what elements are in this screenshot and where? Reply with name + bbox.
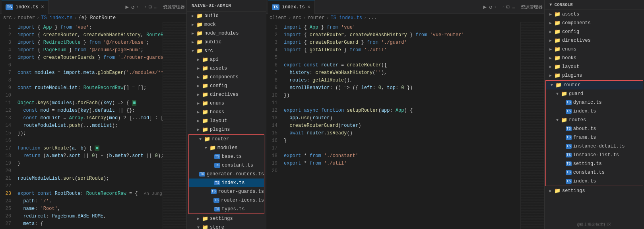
- right-more-icon[interactable]: …: [512, 4, 515, 10]
- c-constant-ts2[interactable]: TS constant.ts: [546, 168, 643, 177]
- c-about-ts[interactable]: TS about.ts: [546, 124, 643, 133]
- c-guard-label: guard: [569, 91, 583, 97]
- tree-item-constant-ts[interactable]: TS constant.ts: [189, 161, 264, 170]
- c-assets-label: assets: [562, 12, 579, 17]
- c-guard-index-ts[interactable]: TS index.ts: [546, 107, 643, 116]
- r-line-17: [281, 145, 520, 152]
- c-components[interactable]: ▶ 📁 components: [545, 19, 644, 27]
- c-instance-detail-ts[interactable]: TS instance-detail.ts: [546, 142, 643, 151]
- c-routes[interactable]: ▼ 📁 routes: [546, 116, 643, 124]
- c-guard[interactable]: ▼ 📁 guard: [546, 89, 643, 98]
- c-settings[interactable]: ▶ 📁 settings: [545, 186, 644, 195]
- tree-item-enums[interactable]: ▶ 📁 enums: [187, 99, 266, 108]
- c-frame-ts[interactable]: TS frame.ts: [546, 133, 643, 142]
- r-line-14: createRouterGuard(router): [281, 122, 520, 130]
- config-label: config: [210, 83, 227, 89]
- tree-item-base-ts[interactable]: TS base.ts: [189, 152, 264, 161]
- forward-icon[interactable]: →: [143, 4, 146, 10]
- code-line-24: path: '/',: [14, 198, 163, 205]
- right-tab-index[interactable]: TS index.ts ×: [268, 0, 315, 14]
- left-tab-close[interactable]: ×: [41, 4, 44, 10]
- c-hooks[interactable]: ▶ 📁 hooks: [545, 54, 644, 62]
- tree-item-components[interactable]: ▶ 📁 components: [187, 73, 266, 82]
- tree-item-layout[interactable]: ▶ 📁 layout: [187, 116, 266, 125]
- tree-item-mock[interactable]: ▶ 📁 mock: [187, 20, 266, 29]
- c-router-index-label: index.ts: [573, 179, 596, 184]
- c-enums-label: enums: [562, 47, 576, 52]
- left-minimap: [163, 22, 186, 229]
- code-line-16: [14, 137, 163, 145]
- layout-icon: 📁: [202, 118, 208, 124]
- back-icon[interactable]: ←: [137, 4, 140, 10]
- code-line-3: import { RedirectRoute } from '@/router/…: [14, 39, 163, 47]
- tree-item-public[interactable]: ▶ 📁 public: [187, 38, 266, 47]
- tree-item-node-modules[interactable]: ▶ 📁 node_modules: [187, 29, 266, 38]
- console-panel: ▼ CONSOLE ▶ 📁 assets ▶ 📁 components ▶ 📁 …: [545, 0, 644, 229]
- left-code-content: 12345 678910 1112131415 1617181920 21222…: [0, 22, 186, 229]
- tree-item-router-guards-ts[interactable]: TS router-guards.ts: [189, 187, 264, 196]
- c-router-index-ts[interactable]: TS index.ts: [546, 177, 643, 186]
- right-forward-icon[interactable]: →: [500, 4, 504, 10]
- tree-item-store[interactable]: ▼ 📁 store: [187, 223, 266, 229]
- tree-item-router-icons-ts[interactable]: TS router-icons.ts: [189, 196, 264, 205]
- c-directives[interactable]: ▶ 📁 directives: [545, 36, 644, 45]
- bc-router: router: [307, 15, 324, 21]
- c-dynamic-ts[interactable]: TS dynamic.ts: [546, 98, 643, 107]
- code-line-9: const routeModuleList: RouteRecordRaw[] …: [14, 84, 163, 92]
- right-tab-close[interactable]: ×: [307, 4, 310, 10]
- tree-item-router[interactable]: ▼ 📁 router: [189, 135, 264, 144]
- tree-item-generator-ts[interactable]: TS generator-routers.ts: [189, 170, 264, 179]
- console-title: CONSOLE: [555, 2, 573, 7]
- code-line-13: const modList = Array.isArray(mod) ? [..…: [14, 114, 163, 122]
- generator-ts-label: generator-routers.ts: [207, 171, 264, 177]
- console-expand-icon[interactable]: ▼: [549, 2, 552, 7]
- c-config[interactable]: ▶ 📁 config: [545, 27, 644, 36]
- tree-item-api[interactable]: ▶ 📁 api: [187, 55, 266, 64]
- right-restart-icon[interactable]: ↺: [489, 4, 492, 10]
- r-line-7: history: createWebHashHistory(''),: [281, 69, 520, 77]
- c-router[interactable]: ▼ 📁 router: [546, 81, 643, 89]
- tree-item-types-ts[interactable]: TS types.ts: [189, 205, 264, 213]
- tree-item-src[interactable]: ▼ 📁 src: [187, 47, 266, 55]
- restart-icon[interactable]: ↺: [131, 4, 134, 10]
- enums-icon: 📁: [202, 100, 208, 107]
- tree-item-index-ts[interactable]: TS index.ts: [189, 179, 264, 187]
- router-guards-label: router-guards.ts: [218, 189, 264, 194]
- tree-item-build[interactable]: ▶ 📁 build: [187, 12, 266, 20]
- c-instance-list-ts[interactable]: TS instance-list.ts: [546, 151, 643, 159]
- left-tab-index[interactable]: TS index.ts ×: [2, 0, 48, 14]
- c-layout[interactable]: ▶ 📁 layout: [545, 62, 644, 71]
- r-line-1: import { App } from 'vue': [281, 24, 520, 31]
- tree-item-directives[interactable]: ▶ 📁 directives: [187, 90, 266, 99]
- split-icon[interactable]: ⊡: [148, 4, 151, 10]
- base-ts-badge: TS: [214, 154, 220, 159]
- r-line-20: [281, 167, 520, 175]
- store-icon: 📁: [202, 224, 208, 229]
- tree-item-hooks[interactable]: ▶ 📁 hooks: [187, 108, 266, 116]
- explorer-tree: ▶ 📁 build ▶ 📁 mock ▶ 📁 node_modules ▶ 📁 …: [187, 12, 266, 229]
- settings-arrow: ▶: [196, 216, 201, 221]
- c-frame-label: frame.ts: [573, 135, 596, 140]
- run-icon[interactable]: ▶: [125, 4, 128, 10]
- c-setting-ts[interactable]: TS setting.ts: [546, 159, 643, 168]
- tree-item-plugins[interactable]: ▶ 📁 plugins: [187, 125, 266, 134]
- right-run-icon[interactable]: ▶: [483, 4, 486, 10]
- c-instance-list-label: instance-list.ts: [573, 152, 619, 158]
- tree-item-settings[interactable]: ▶ 📁 settings: [187, 214, 266, 223]
- c-assets[interactable]: ▶ 📁 assets: [545, 10, 644, 19]
- c-plugins[interactable]: ▶ 📁 plugins: [545, 71, 644, 80]
- tree-item-config[interactable]: ▶ 📁 config: [187, 82, 266, 90]
- components-icon: 📁: [202, 74, 208, 80]
- settings-label: settings: [210, 216, 233, 221]
- right-back-icon[interactable]: ←: [495, 4, 498, 10]
- left-tab-label: index.ts: [16, 4, 39, 10]
- code-line-10: [14, 92, 163, 99]
- tree-item-assets[interactable]: ▶ 📁 assets: [187, 64, 266, 73]
- right-code-content: 12345 678910 1112131415 1617181920 impor…: [266, 22, 544, 229]
- code-line-11: Object.keys(modules).forEach((key) => { …: [14, 99, 163, 107]
- right-split-icon[interactable]: ⊡: [506, 4, 509, 10]
- c-enums[interactable]: ▶ 📁 enums: [545, 45, 644, 54]
- explorer-header: NAIVE-UI-ADMIN: [187, 0, 266, 12]
- more-icon[interactable]: …: [154, 4, 157, 10]
- tree-item-modules[interactable]: ▼ 📁 modules: [189, 144, 264, 152]
